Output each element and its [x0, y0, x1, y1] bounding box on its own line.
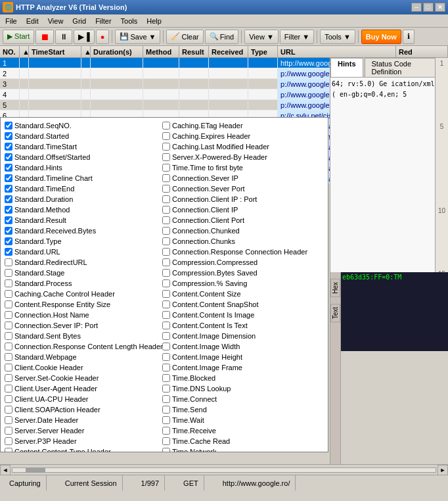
checkbox-right-2[interactable] — [162, 143, 170, 151]
stop-button[interactable]: ⏹ — [35, 30, 54, 44]
info-button[interactable]: ℹ — [403, 30, 414, 44]
checkbox-left-22[interactable] — [5, 353, 12, 361]
minimize-btn[interactable]: ─ — [411, 3, 422, 12]
table-row[interactable]: 2p://www.google.ro/ig/cp/get?h... — [0, 68, 330, 79]
checkbox-left-8[interactable] — [5, 206, 12, 214]
checkbox-left-30[interactable] — [5, 437, 12, 445]
col-sort2[interactable]: ▲ — [81, 46, 91, 57]
col-duration[interactable]: Duration(s) — [91, 46, 143, 57]
checkbox-right-14[interactable] — [162, 269, 170, 277]
checkbox-left-10[interactable] — [5, 227, 12, 235]
menu-help[interactable]: Help — [143, 16, 166, 26]
checkbox-left-27[interactable] — [5, 406, 12, 414]
checkbox-right-15[interactable] — [162, 279, 170, 287]
checkbox-left-0[interactable] — [5, 122, 12, 130]
col-result[interactable]: Result — [179, 46, 209, 57]
checkbox-right-6[interactable] — [162, 185, 170, 193]
checkbox-left-11[interactable] — [5, 237, 12, 245]
menu-grid[interactable]: Grid — [68, 16, 90, 26]
record-button[interactable]: ● — [96, 30, 110, 44]
menu-filter[interactable]: Filter — [91, 16, 115, 26]
checkbox-right-9[interactable] — [162, 216, 170, 224]
step-button[interactable]: ▶▐ — [74, 30, 95, 44]
checkbox-right-17[interactable] — [162, 300, 170, 308]
col-method[interactable]: Method — [143, 46, 179, 57]
checkbox-left-4[interactable] — [5, 164, 12, 172]
checkbox-left-3[interactable] — [5, 153, 12, 161]
checkbox-left-9[interactable] — [5, 216, 12, 224]
checkbox-right-0[interactable] — [162, 122, 170, 130]
menu-view[interactable]: View — [44, 16, 68, 26]
checkbox-right-18[interactable] — [162, 311, 170, 319]
checkbox-right-7[interactable] — [162, 195, 170, 203]
checkbox-left-28[interactable] — [5, 416, 12, 424]
checkbox-right-29[interactable] — [162, 427, 170, 435]
checkbox-left-25[interactable] — [5, 385, 12, 393]
checkbox-right-11[interactable] — [162, 237, 170, 245]
save-button[interactable]: 💾 Save ▼ — [115, 30, 160, 44]
checkbox-left-19[interactable] — [5, 322, 12, 329]
col-no[interactable]: NO. — [0, 46, 20, 57]
tab-hints[interactable]: Hints — [330, 58, 363, 77]
checkbox-left-20[interactable] — [5, 332, 12, 340]
scrollbar-track[interactable] — [12, 467, 436, 473]
col-red[interactable]: Red — [396, 46, 448, 57]
checkbox-left-2[interactable] — [5, 143, 12, 151]
start-button[interactable]: ▶ Start — [3, 30, 34, 44]
clear-button[interactable]: 🧹 Clear — [166, 30, 203, 44]
checkbox-left-6[interactable] — [5, 185, 12, 193]
checkbox-right-16[interactable] — [162, 290, 170, 298]
checkbox-right-1[interactable] — [162, 132, 170, 140]
checkbox-right-12[interactable] — [162, 248, 170, 256]
checkbox-left-16[interactable] — [5, 290, 12, 298]
checkbox-right-13[interactable] — [162, 258, 170, 266]
col-received[interactable]: Received — [209, 46, 248, 57]
checkbox-right-20[interactable] — [162, 332, 170, 340]
buy-now-button[interactable]: Buy Now — [361, 30, 401, 44]
checkbox-right-26[interactable] — [162, 395, 170, 403]
checkbox-right-3[interactable] — [162, 153, 170, 161]
checkbox-right-25[interactable] — [162, 385, 170, 393]
checkbox-right-4[interactable] — [162, 164, 170, 172]
checkbox-right-10[interactable] — [162, 227, 170, 235]
checkbox-left-29[interactable] — [5, 427, 12, 435]
menu-file[interactable]: File — [1, 16, 21, 26]
checkbox-left-26[interactable] — [5, 395, 12, 403]
close-btn[interactable]: ✕ — [435, 3, 445, 12]
checkbox-right-22[interactable] — [162, 353, 170, 361]
view-button[interactable]: View ▼ — [244, 30, 279, 44]
filter-button[interactable]: Filter ▼ — [280, 30, 314, 44]
table-row[interactable]: 3p://www.google.ro/csi?v=3&s=... — [0, 79, 330, 89]
table-row[interactable]: 4p://www.google.ro/gen_204?at... — [0, 89, 330, 100]
checkbox-left-1[interactable] — [5, 132, 12, 140]
checkbox-right-24[interactable] — [162, 374, 170, 382]
checkbox-left-17[interactable] — [5, 300, 12, 308]
checkbox-right-30[interactable] — [162, 437, 170, 445]
col-timestart[interactable]: TimeStart — [29, 46, 81, 57]
menu-tools[interactable]: Tools — [117, 16, 142, 26]
scroll-right-btn[interactable]: ► — [437, 465, 448, 475]
checkbox-left-21[interactable] — [5, 343, 12, 350]
table-row[interactable]: 5p://www.google-analytics.com/... — [0, 100, 330, 110]
checkbox-left-18[interactable] — [5, 311, 12, 319]
table-row[interactable]: 1http://www.google.ro/ — [0, 58, 330, 68]
checkbox-right-21[interactable] — [162, 343, 170, 350]
checkbox-right-28[interactable] — [162, 416, 170, 424]
col-url[interactable]: URL — [278, 46, 396, 57]
tools-button[interactable]: Tools ▼ — [320, 30, 355, 44]
checkbox-left-13[interactable] — [5, 258, 12, 266]
checkbox-right-19[interactable] — [162, 322, 170, 329]
col-sort1[interactable]: ▲ — [20, 46, 29, 57]
checkbox-left-24[interactable] — [5, 374, 12, 382]
checkbox-right-8[interactable] — [162, 206, 170, 214]
checkbox-left-15[interactable] — [5, 279, 12, 287]
checkbox-right-23[interactable] — [162, 364, 170, 371]
pause-button[interactable]: ⏸ — [55, 30, 72, 44]
maximize-btn[interactable]: □ — [423, 3, 434, 12]
checkbox-left-14[interactable] — [5, 269, 12, 277]
col-type[interactable]: Type — [248, 46, 278, 57]
h-scrollbar[interactable]: ◄ ► — [0, 464, 448, 475]
menu-edit[interactable]: Edit — [22, 16, 43, 26]
scroll-left-btn[interactable]: ◄ — [0, 465, 11, 475]
checkbox-left-31[interactable] — [5, 448, 12, 453]
